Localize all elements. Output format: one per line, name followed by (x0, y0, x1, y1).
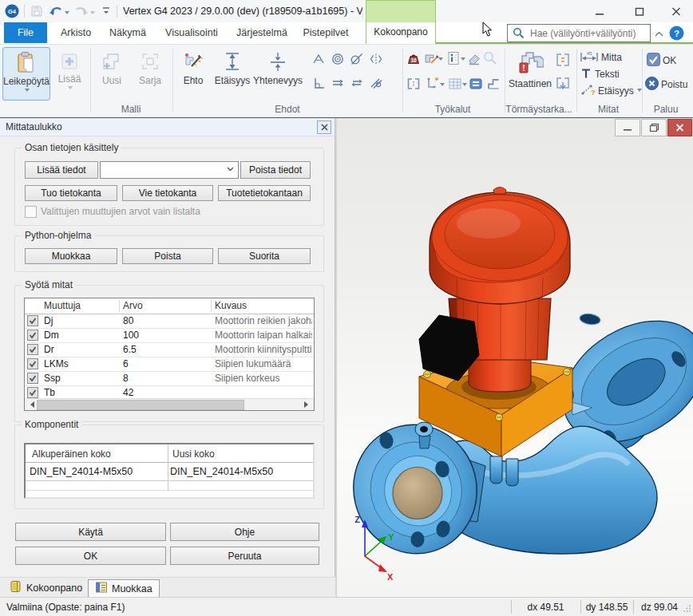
part-data-legend: Osan tietojen käsittely (22, 142, 121, 153)
python-edit-button[interactable]: Muokkaa (25, 248, 117, 264)
coincidence-button[interactable]: Yhtenevyys (251, 48, 305, 96)
pump-model-3d[interactable]: Z Y X (337, 118, 693, 597)
search-input[interactable] (529, 26, 650, 41)
tangent-constraint-icon[interactable] (348, 50, 366, 68)
row-checkbox[interactable] (27, 358, 38, 369)
ok-button-ribbon[interactable]: OK (647, 53, 676, 69)
table-row[interactable]: Dr6.5Moottorin kiinnityspultti (25, 342, 314, 357)
horizontal-scrollbar[interactable] (25, 398, 314, 410)
scroll-left-icon[interactable] (25, 399, 37, 409)
svg-text:G4: G4 (8, 8, 17, 15)
viewport-3d[interactable]: Z Y X (337, 118, 693, 597)
resize-grip-icon[interactable] (683, 603, 691, 614)
tab-kokoonpano-active[interactable]: Kokoonpano (366, 22, 436, 44)
viewport-restore-button[interactable] (641, 119, 667, 136)
text-button[interactable]: Teksti (580, 66, 620, 82)
condition-button[interactable]: Ehto (176, 48, 211, 96)
viewport-minimize-button[interactable] (615, 119, 640, 136)
profile-step-tool-icon[interactable] (485, 75, 502, 93)
export-database-button[interactable]: Vie tietokanta (122, 185, 213, 201)
equality-tool-icon[interactable] (467, 75, 485, 93)
help-action-button[interactable]: Ohje (170, 523, 319, 541)
list-only-checkbox[interactable] (25, 206, 37, 218)
weight-tool-icon[interactable]: 10 (405, 49, 422, 67)
angle-constraint-icon[interactable] (310, 50, 327, 68)
row-checkbox[interactable] (27, 387, 38, 398)
opposite-direction-icon[interactable] (348, 74, 366, 92)
tab-pistepilvet[interactable]: Pistepilvet (295, 22, 356, 43)
search-box[interactable] (507, 24, 651, 42)
tab-jarjestelma[interactable]: Järjestelmä (230, 22, 294, 43)
python-run-button[interactable]: Suorita (218, 248, 311, 264)
row-checkbox[interactable] (27, 330, 38, 341)
panel-header[interactable]: Mittataulukko (0, 118, 335, 136)
viewport-close-button[interactable] (667, 119, 692, 136)
apply-button[interactable]: Käytä (15, 523, 166, 541)
status-dy: dy 148.55 (580, 602, 633, 613)
info-dropdown-icon[interactable] (460, 56, 465, 67)
window-maximize-button[interactable] (628, 4, 651, 19)
quick-access-customize-icon[interactable] (101, 6, 112, 18)
doc-tab-muokkaa[interactable]: Muokkaa (88, 579, 160, 598)
row-checkbox[interactable] (27, 344, 38, 355)
dimension-button[interactable]: 45 Mitta (580, 49, 622, 65)
distance-constraint-button[interactable]: Etäisyys (212, 48, 252, 96)
redo-dropdown-icon[interactable] (89, 10, 95, 21)
parallel-constraint-icon[interactable] (329, 74, 346, 92)
add-button[interactable]: Lisää (51, 47, 88, 99)
tab-arkisto[interactable]: Arkisto (51, 22, 101, 43)
new-part-button[interactable]: Uusi (93, 48, 130, 96)
ok-action-button[interactable]: OK (15, 547, 166, 565)
redo-icon[interactable] (73, 3, 89, 20)
import-database-button[interactable]: Tuo tietokanta (25, 185, 117, 201)
profile-edit-dropdown-icon[interactable] (438, 56, 443, 67)
undo-icon[interactable] (48, 3, 64, 20)
data-set-combobox[interactable] (100, 161, 239, 179)
zoom-tool-icon[interactable] (481, 49, 499, 67)
perpendicular-constraint-icon[interactable] (310, 74, 327, 92)
product-database-button[interactable]: Tuotetietokantaan (218, 185, 311, 201)
collision-compare-icon[interactable] (554, 51, 572, 69)
table-row[interactable]: Ssp8Siipien korkeus (25, 371, 314, 386)
add-data-button[interactable]: Lisää tiedot (25, 161, 98, 179)
collision-apply-icon[interactable] (554, 75, 572, 93)
scroll-right-icon[interactable] (302, 399, 314, 409)
panel-close-button[interactable] (317, 120, 331, 134)
save-icon[interactable] (30, 5, 43, 20)
scrollbar-thumb[interactable] (37, 400, 244, 410)
components-table[interactable]: Alkuperäinen koko Uusi koko DIN_EN_24014… (24, 443, 315, 499)
measure-distance-button[interactable]: ? Etäisyys (580, 83, 642, 99)
row-checkbox[interactable] (27, 315, 38, 326)
doc-tab-kokoonpano[interactable]: Kokoonpano (3, 579, 89, 596)
remove-data-button[interactable]: Poista tiedot (240, 161, 311, 179)
window-minimize-button[interactable] (588, 4, 612, 19)
tab-visualisointi[interactable]: Visualisointi (156, 22, 227, 43)
python-delete-button[interactable]: Poista (122, 248, 213, 264)
concentric-constraint-icon[interactable] (329, 50, 346, 68)
table-row[interactable]: Dm100Moottorin laipan halkaisija (25, 328, 314, 343)
symmetry-constraint-icon[interactable] (367, 50, 385, 68)
series-button[interactable]: Sarja (132, 48, 168, 96)
table-row[interactable]: LKMs6Siipien lukumäärä (25, 357, 314, 372)
table-row[interactable]: Dj80Moottorin reikien jakohalk (25, 314, 314, 329)
eraser-tool-icon[interactable] (465, 49, 483, 67)
row-checkbox[interactable] (27, 373, 38, 384)
window-close-button[interactable] (664, 4, 688, 19)
cancel-button[interactable]: Peruuta (170, 547, 319, 565)
tab-nakyma[interactable]: Näkymä (102, 22, 153, 43)
anti-tangent-constraint-icon[interactable] (367, 74, 385, 92)
table-dropdown-icon[interactable] (461, 81, 467, 93)
sequence-dropdown-icon[interactable] (439, 81, 445, 93)
clipboard-button[interactable]: Leikepöytä (2, 47, 50, 101)
undo-dropdown-icon[interactable] (64, 10, 69, 21)
help-button[interactable]: ? (669, 26, 684, 43)
section-tool-icon[interactable] (405, 75, 422, 93)
ribbon-collapse-icon[interactable] (655, 29, 663, 40)
measures-legend: Syötä mitat (22, 279, 76, 290)
group-label-mitat: Mitat (576, 104, 640, 115)
measures-table[interactable]: Muuttuja Arvo Kuvaus Dj80Moottorin reiki… (24, 298, 315, 411)
tab-file[interactable]: File (4, 22, 47, 43)
combobox-chevron-icon[interactable] (224, 164, 236, 175)
exit-button-ribbon[interactable]: Poistu (645, 77, 687, 93)
static-collision-button[interactable]: ! Staattinen (508, 48, 552, 96)
